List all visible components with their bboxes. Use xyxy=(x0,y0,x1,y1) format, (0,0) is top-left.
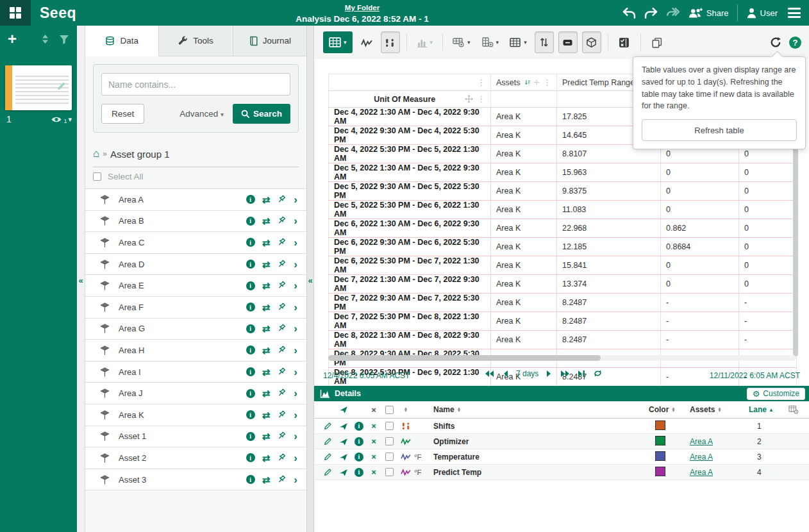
add-row-button[interactable]: ▾ xyxy=(449,31,474,53)
asset-list-item[interactable]: Area Di⇄› xyxy=(85,254,306,276)
chevron-right-icon[interactable]: › xyxy=(294,194,297,205)
swap-asset-icon[interactable]: ⇄ xyxy=(262,367,271,377)
view-count-control[interactable]: 1 ▾ xyxy=(51,114,72,124)
info-icon[interactable]: i xyxy=(246,217,255,226)
info-icon[interactable]: i xyxy=(246,303,255,312)
edit-item-icon[interactable] xyxy=(319,422,336,430)
chevron-right-icon[interactable]: › xyxy=(294,367,297,378)
swap-asset-icon[interactable]: ⇄ xyxy=(262,303,271,312)
asset-list-item[interactable]: Area Ci⇄› xyxy=(85,232,306,254)
redo-icon[interactable] xyxy=(644,8,658,19)
capsule-row[interactable]: Dec 6, 2022 1:30 AM - Dec 6, 2022 9:30 A… xyxy=(329,219,797,238)
user-menu[interactable]: User xyxy=(746,8,778,19)
asset-list-item[interactable]: Area Ki⇄› xyxy=(85,404,306,426)
range-end[interactable]: 12/11/2022 6:05 AM ACST xyxy=(710,371,800,380)
info-icon[interactable]: i xyxy=(351,437,367,446)
info-icon[interactable]: i xyxy=(351,422,367,431)
asset-list-item[interactable]: Area Hi⇄› xyxy=(85,340,306,362)
capsule-row[interactable]: Dec 6, 2022 5:30 PM - Dec 7, 2022 1:30 A… xyxy=(329,256,797,275)
capsule-row[interactable]: Dec 6, 2022 9:30 AM - Dec 6, 2022 5:30 P… xyxy=(329,238,797,256)
item-name[interactable]: Predict Temp xyxy=(433,468,649,477)
new-worksheet-button[interactable]: + xyxy=(8,33,17,45)
info-icon[interactable]: i xyxy=(246,195,255,204)
pin-icon[interactable] xyxy=(277,345,287,355)
pin-icon[interactable] xyxy=(277,453,287,463)
fast-forward-icon[interactable] xyxy=(666,8,680,19)
chevron-right-icon[interactable]: › xyxy=(294,237,297,248)
pin-icon[interactable] xyxy=(277,431,287,441)
pin-item-icon[interactable] xyxy=(336,468,351,477)
swap-asset-icon[interactable]: ⇄ xyxy=(262,475,271,485)
search-button[interactable]: Search xyxy=(233,104,290,124)
home-icon[interactable]: ⌂ xyxy=(93,147,99,160)
collapse-panel-icon[interactable]: « xyxy=(307,276,313,285)
sort-button[interactable] xyxy=(535,31,554,53)
move-column-icon[interactable] xyxy=(465,95,473,103)
tab-tools[interactable]: Tools xyxy=(159,26,233,56)
color-swatch[interactable] xyxy=(655,436,665,445)
info-icon[interactable]: i xyxy=(246,475,255,484)
chevron-right-icon[interactable]: › xyxy=(294,280,297,291)
table-view-button[interactable]: ▾ xyxy=(323,31,353,53)
asset-list-item[interactable]: Area Ji⇄› xyxy=(85,383,306,404)
range-start[interactable]: 12/4/2022 6:05 AM ACST xyxy=(323,371,410,380)
pin-icon[interactable] xyxy=(277,195,287,204)
info-icon[interactable]: i xyxy=(246,432,255,441)
folder-link[interactable]: My Folder xyxy=(345,4,379,12)
tab-data[interactable]: Data xyxy=(85,26,159,56)
step-back-icon[interactable] xyxy=(502,369,508,378)
pin-all-icon[interactable] xyxy=(336,405,351,414)
info-icon[interactable]: i xyxy=(351,453,367,461)
item-checkbox[interactable] xyxy=(381,422,397,430)
remove-item-icon[interactable]: × xyxy=(367,452,381,461)
select-all-items-checkbox[interactable] xyxy=(381,406,397,414)
capsule-time-button[interactable] xyxy=(381,31,400,53)
refresh-table-icon[interactable] xyxy=(770,37,781,48)
asset-link[interactable]: Area A xyxy=(690,453,713,461)
column-menu-icon[interactable]: ⋮ xyxy=(543,78,551,87)
chevron-right-icon[interactable]: › xyxy=(294,259,297,270)
pin-item-icon[interactable] xyxy=(336,453,351,461)
step-forward-icon[interactable] xyxy=(546,369,553,378)
select-all-checkbox[interactable] xyxy=(93,172,101,181)
info-icon[interactable]: i xyxy=(246,345,255,354)
pin-icon[interactable] xyxy=(277,216,287,226)
lane-column-header[interactable]: Lane xyxy=(749,405,767,414)
color-column-header[interactable]: Color xyxy=(649,405,669,414)
info-icon[interactable]: i xyxy=(246,453,255,462)
pin-icon[interactable] xyxy=(277,410,287,420)
name-column-header[interactable]: Name xyxy=(433,405,455,414)
remove-item-icon[interactable]: × xyxy=(367,467,381,477)
asset-cube-button[interactable] xyxy=(582,31,601,53)
step-to-end-icon[interactable] xyxy=(578,369,586,378)
share-button[interactable]: Share xyxy=(688,8,729,19)
remove-item-icon[interactable]: × xyxy=(367,421,381,431)
swap-asset-icon[interactable]: ⇄ xyxy=(262,453,271,463)
hamburger-menu-icon[interactable] xyxy=(786,6,803,20)
capsule-row[interactable]: Dec 7, 2022 5:30 PM - Dec 8, 2022 1:30 A… xyxy=(329,312,797,331)
swap-asset-icon[interactable]: ⇄ xyxy=(262,216,271,226)
asset-list-item[interactable]: Area Bi⇄› xyxy=(85,211,306,233)
remove-all-icon[interactable]: × xyxy=(367,405,381,415)
advanced-toggle[interactable]: Advanced ▾ xyxy=(179,109,224,119)
edit-item-icon[interactable] xyxy=(319,437,336,445)
info-icon[interactable]: i xyxy=(246,260,255,269)
sort-assets-control[interactable]: ▲▼ xyxy=(717,407,721,413)
asset-link[interactable]: Area A xyxy=(690,468,713,477)
swap-asset-icon[interactable]: ⇄ xyxy=(262,281,271,290)
item-name[interactable]: Shifts xyxy=(433,422,649,431)
info-icon[interactable]: i xyxy=(351,468,367,477)
column-menu-icon[interactable]: ⋮ xyxy=(477,94,485,104)
chevron-right-icon[interactable]: › xyxy=(294,215,297,226)
predict-column-header[interactable]: Predict Temp Range xyxy=(562,78,635,87)
step-forward-full-icon[interactable] xyxy=(560,369,571,378)
auto-update-icon[interactable] xyxy=(593,369,603,378)
pin-icon[interactable] xyxy=(277,281,287,290)
info-icon[interactable]: i xyxy=(246,324,255,333)
remove-item-icon[interactable]: × xyxy=(367,436,381,446)
info-icon[interactable]: i xyxy=(246,410,255,419)
assets-column-header[interactable]: Assets xyxy=(690,405,715,414)
sort-color-control[interactable]: ▲▼ xyxy=(671,407,675,413)
item-name[interactable]: Optimizer xyxy=(433,437,649,446)
reorder-worksheets-icon[interactable] xyxy=(40,34,50,44)
